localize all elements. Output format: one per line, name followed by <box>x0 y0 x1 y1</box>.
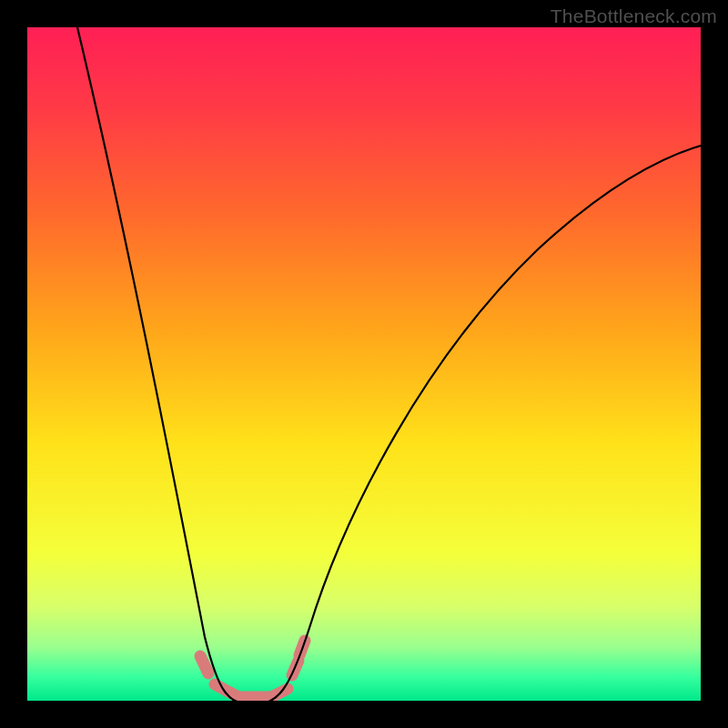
plot-background <box>27 27 701 701</box>
optimal-region-segment <box>200 656 208 673</box>
chart-svg <box>0 0 728 728</box>
chart-root: TheBottleneck.com <box>0 0 728 728</box>
